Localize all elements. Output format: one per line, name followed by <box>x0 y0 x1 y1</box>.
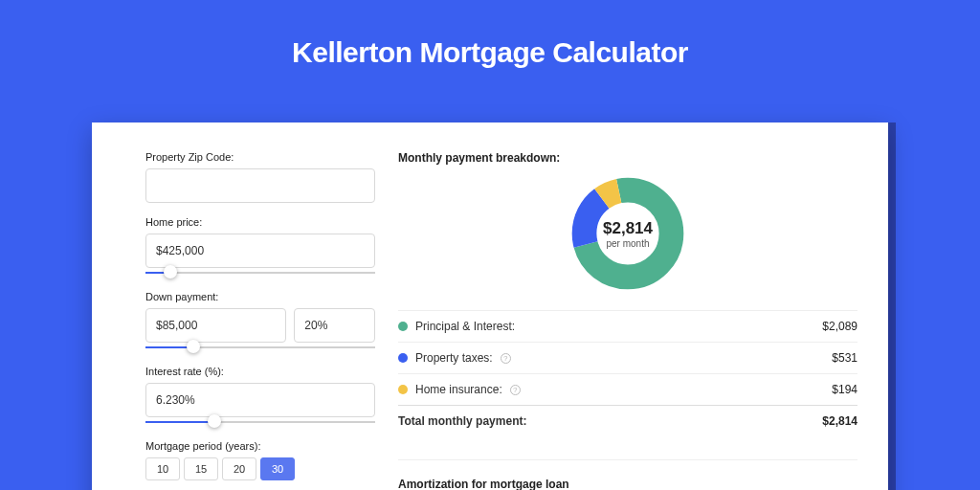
info-icon[interactable]: ? <box>510 385 521 395</box>
slider-thumb-icon[interactable] <box>187 340 200 353</box>
amortization-title: Amortization for mortgage loan <box>398 478 858 490</box>
slider-thumb-icon[interactable] <box>208 414 221 428</box>
color-dot-icon <box>398 385 408 394</box>
home-price-label: Home price: <box>145 216 375 228</box>
total-payment-value: $2,814 <box>822 414 858 428</box>
breakdown-label: Principal & Interest: <box>415 320 515 333</box>
breakdown-label: Property taxes: <box>415 351 493 365</box>
breakdown-row: Property taxes:?$531 <box>398 342 858 373</box>
donut-total-sub: per month <box>606 238 649 249</box>
info-icon[interactable]: ? <box>501 353 511 364</box>
total-payment-label: Total monthly payment: <box>398 414 526 428</box>
breakdown-row: Home insurance:?$194 <box>398 373 858 405</box>
zip-input[interactable] <box>145 168 375 203</box>
interest-rate-slider[interactable] <box>145 417 375 427</box>
page-background: Kellerton Mortgage Calculator Property Z… <box>0 0 980 490</box>
home-price-input[interactable] <box>145 234 375 268</box>
breakdown-value: $531 <box>832 351 858 365</box>
breakdown-label: Home insurance: <box>415 383 502 396</box>
home-price-slider[interactable] <box>145 268 375 278</box>
period-button-15[interactable]: 15 <box>184 457 218 480</box>
period-button-10[interactable]: 10 <box>145 457 180 480</box>
period-label: Mortgage period (years): <box>145 440 375 452</box>
interest-rate-input[interactable] <box>145 383 375 417</box>
down-payment-input[interactable] <box>145 308 286 343</box>
payment-donut-chart: $2,814 per month <box>570 176 685 291</box>
period-button-30[interactable]: 30 <box>260 457 295 480</box>
slider-thumb-icon[interactable] <box>164 265 177 278</box>
form-panel: Property Zip Code: Home price: Down paym… <box>145 151 375 490</box>
donut-total-value: $2,814 <box>603 219 653 238</box>
down-payment-slider[interactable] <box>145 343 375 352</box>
down-payment-percent-input[interactable] <box>294 308 375 343</box>
interest-rate-label: Interest rate (%): <box>145 366 375 377</box>
breakdown-title: Monthly payment breakdown: <box>398 151 858 165</box>
breakdown-value: $194 <box>832 383 858 396</box>
breakdown-row: Principal & Interest:$2,089 <box>398 310 858 342</box>
calculator-card: Property Zip Code: Home price: Down paym… <box>92 122 888 490</box>
page-title: Kellerton Mortgage Calculator <box>0 0 980 69</box>
color-dot-icon <box>398 353 408 363</box>
zip-label: Property Zip Code: <box>145 151 375 163</box>
period-button-20[interactable]: 20 <box>222 457 256 480</box>
breakdown-panel: Monthly payment breakdown: $2,814 per mo… <box>398 151 858 490</box>
down-payment-label: Down payment: <box>145 291 375 302</box>
breakdown-value: $2,089 <box>822 320 858 333</box>
color-dot-icon <box>398 322 408 331</box>
